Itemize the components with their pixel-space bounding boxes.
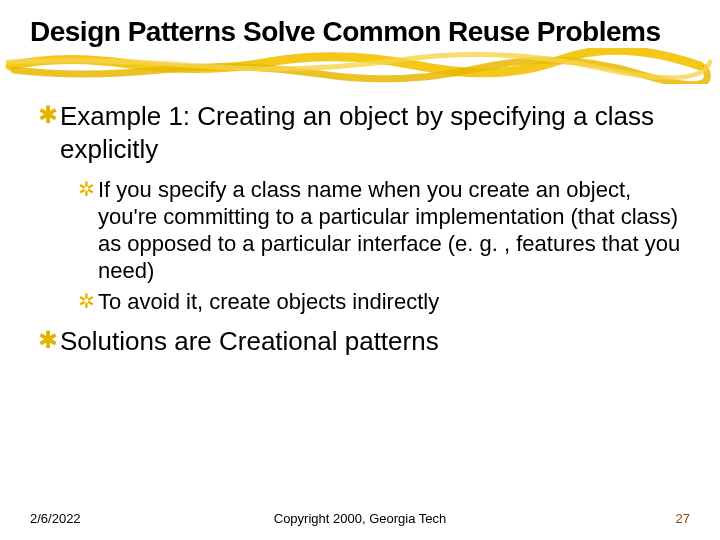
z-bullet-icon: ✱ <box>38 100 60 130</box>
bullet-item: ✱ Example 1: Creating an object by speci… <box>38 100 682 165</box>
slide-title: Design Patterns Solve Common Reuse Probl… <box>30 16 690 48</box>
sub-bullet-text: If you specify a class name when you cre… <box>98 177 682 284</box>
bullet-item: ✱ Solutions are Creational patterns <box>38 325 682 358</box>
footer-copyright: Copyright 2000, Georgia Tech <box>0 511 720 526</box>
y-bullet-icon: ✲ <box>78 289 98 314</box>
z-bullet-icon: ✱ <box>38 325 60 355</box>
sub-bullet-list: ✲ If you specify a class name when you c… <box>78 177 682 315</box>
bullet-text: Solutions are Creational patterns <box>60 325 439 358</box>
slide-footer: 2/6/2022 Copyright 2000, Georgia Tech 27 <box>0 511 720 526</box>
slide-body: ✱ Example 1: Creating an object by speci… <box>30 100 690 358</box>
slide: Design Patterns Solve Common Reuse Probl… <box>0 0 720 540</box>
footer-page-number: 27 <box>676 511 690 526</box>
bullet-text: Example 1: Creating an object by specify… <box>60 100 682 165</box>
title-underline <box>0 54 720 82</box>
sub-bullet-text: To avoid it, create objects indirectly <box>98 289 439 316</box>
sub-bullet-item: ✲ To avoid it, create objects indirectly <box>78 289 682 316</box>
y-bullet-icon: ✲ <box>78 177 98 202</box>
sub-bullet-item: ✲ If you specify a class name when you c… <box>78 177 682 284</box>
